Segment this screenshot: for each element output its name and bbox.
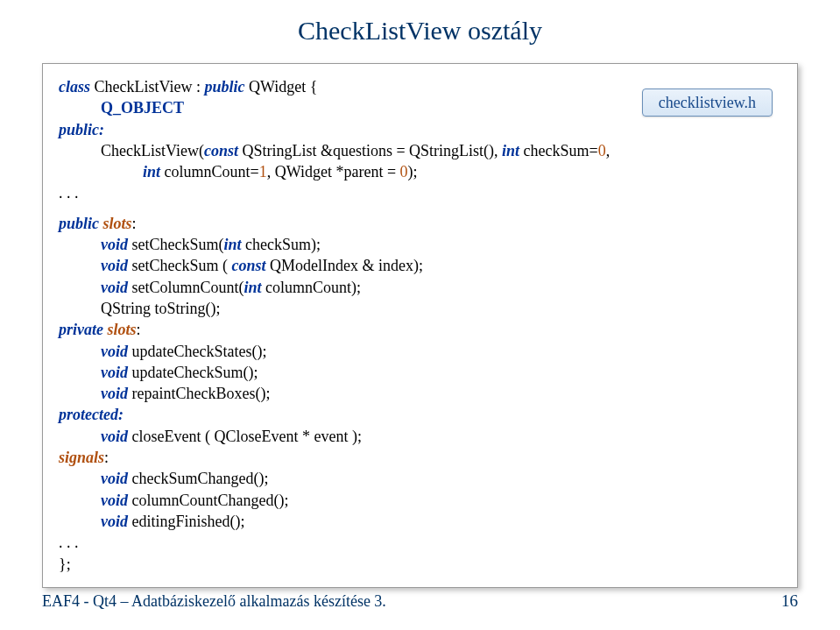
filename-badge: checklistview.h	[642, 88, 773, 117]
text: setColumnCount(	[132, 279, 244, 296]
code-line: void setColumnCount(int columnCount);	[59, 277, 781, 298]
kw-const: const	[232, 257, 271, 274]
code-line: private slots:	[59, 319, 781, 340]
footer: EAF4 - Qt4 – Adatbáziskezelő alkalmazás …	[42, 591, 798, 611]
kw-void: void	[101, 236, 132, 253]
slide: CheckListView osztály checklistview.h cl…	[0, 0, 840, 630]
code-line: CheckListView(const QStringList &questio…	[59, 140, 781, 161]
text: checkSum);	[245, 236, 321, 253]
kw-class: class	[59, 78, 95, 96]
code-line: void setCheckSum(int checkSum);	[59, 234, 781, 255]
text: columnCount=	[165, 163, 259, 181]
kw-int: int	[502, 142, 524, 159]
code-line: void editingFinished();	[59, 511, 781, 532]
kw-void: void	[101, 428, 132, 445]
text: ,	[606, 142, 611, 159]
kw-void: void	[101, 257, 132, 274]
kw-void: void	[101, 470, 132, 487]
text: updateCheckStates();	[132, 343, 267, 360]
code-line: public:	[59, 119, 781, 140]
text: :	[137, 321, 141, 338]
text: :	[132, 215, 137, 232]
text: setCheckSum(	[132, 236, 224, 253]
kw-signals: signals	[59, 449, 104, 466]
text: updateCheckSum();	[132, 364, 258, 381]
kw-int: int	[244, 279, 266, 296]
code-line: void updateCheckSum();	[59, 362, 781, 383]
kw-public: public	[204, 78, 249, 96]
text: checkSum=	[524, 142, 598, 159]
kw-slots: slots	[108, 321, 137, 338]
code-line: void columnCountChanged();	[59, 490, 781, 511]
kw-void: void	[101, 343, 132, 360]
code-box: checklistview.h class CheckListView : pu…	[42, 63, 798, 588]
text: );	[408, 163, 418, 181]
num: 0	[400, 163, 408, 181]
text: repaintCheckBoxes();	[132, 385, 271, 402]
text: columnCount);	[265, 279, 361, 296]
kw-private: private	[59, 321, 108, 338]
kw-public: public	[59, 215, 103, 232]
kw-const: const	[204, 142, 243, 159]
text: QStringList &questions = QStringList(),	[242, 142, 502, 159]
text: :	[104, 449, 109, 466]
footer-text: EAF4 - Qt4 – Adatbáziskezelő alkalmazás …	[42, 592, 386, 611]
text: columnCountChanged();	[132, 492, 289, 509]
code-line: signals:	[59, 447, 781, 468]
text: setCheckSum (	[132, 257, 232, 274]
code-line: };	[59, 554, 781, 575]
text: CheckListView :	[95, 78, 205, 96]
code-line: void closeEvent ( QCloseEvent * event );	[59, 426, 781, 447]
code-line: . . .	[59, 532, 781, 553]
text: QModelIndex & index);	[270, 257, 423, 274]
kw-int: int	[143, 163, 165, 181]
num: 0	[598, 142, 606, 159]
page-number: 16	[781, 591, 798, 611]
code-line: void updateCheckStates();	[59, 341, 781, 362]
code-line: public slots:	[59, 213, 781, 234]
text: closeEvent ( QCloseEvent * event );	[132, 428, 362, 445]
spacer	[59, 204, 781, 213]
slide-title: CheckListView osztály	[42, 16, 798, 46]
code-line: void repaintCheckBoxes();	[59, 383, 781, 404]
kw-void: void	[101, 492, 132, 509]
code-line: . . .	[59, 182, 781, 203]
kw-void: void	[101, 385, 132, 402]
kw-void: void	[101, 513, 132, 530]
text: , QWidget *parent =	[267, 163, 400, 181]
code-line: protected:	[59, 404, 781, 425]
code-line: void checkSumChanged();	[59, 468, 781, 489]
kw-int: int	[224, 236, 246, 253]
code-line: QString toString();	[59, 298, 781, 319]
text: editingFinished();	[132, 513, 245, 530]
kw-void: void	[101, 279, 132, 296]
kw-slots: slots	[103, 215, 132, 232]
num: 1	[259, 163, 267, 181]
text: checkSumChanged();	[132, 470, 269, 487]
code-line: void setCheckSum ( const QModelIndex & i…	[59, 255, 781, 276]
kw-void: void	[101, 364, 132, 381]
text: CheckListView(	[101, 142, 204, 159]
text: QWidget {	[249, 78, 317, 96]
code-line: int columnCount=1, QWidget *parent = 0);	[59, 161, 781, 182]
